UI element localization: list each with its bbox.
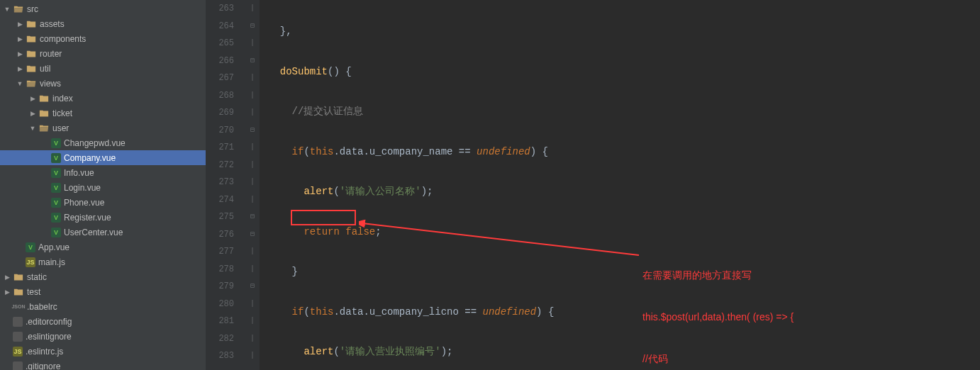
tree-item-ticket[interactable]: ticket xyxy=(0,106,206,120)
json-icon: JSON xyxy=(13,301,24,313)
code-area[interactable]: }, doSubmit() { //提交认证信息 if(this.data.u_… xyxy=(260,0,980,370)
vue-icon: V xyxy=(51,198,61,208)
tree-item-login-vue[interactable]: VLogin.vue xyxy=(0,180,206,195)
tree-item-label: static xyxy=(27,272,47,282)
tree-item--editorconfig[interactable]: .editorconfig xyxy=(0,314,206,329)
fold-marker xyxy=(250,108,255,116)
tree-item-views[interactable]: views xyxy=(0,76,206,91)
folder-icon xyxy=(13,286,24,298)
expand-arrow[interactable] xyxy=(28,124,37,133)
tree-item-user[interactable]: user xyxy=(0,120,206,135)
fold-marker xyxy=(250,178,255,186)
tree-item-test[interactable]: test xyxy=(0,284,206,299)
vue-icon: V xyxy=(51,168,61,178)
generic-icon xyxy=(13,361,23,371)
expand-arrow xyxy=(3,362,11,371)
tree-item-static[interactable]: static xyxy=(0,269,206,284)
expand-arrow xyxy=(3,303,11,311)
vue-icon: V xyxy=(51,183,61,193)
tree-item-router[interactable]: router xyxy=(0,46,206,61)
tree-item-company-vue[interactable]: VCompany.vue xyxy=(0,150,206,165)
folder-open-icon xyxy=(38,123,50,134)
fold-marker xyxy=(250,265,255,273)
expand-arrow xyxy=(16,243,24,252)
fold-marker xyxy=(250,352,255,359)
expand-arrow[interactable] xyxy=(16,50,24,58)
tree-item--eslintignore[interactable]: .eslintignore xyxy=(0,329,206,344)
fold-gutter[interactable] xyxy=(245,0,260,370)
tree-item-changepwd-vue[interactable]: VChangepwd.vue xyxy=(0,135,206,150)
expand-arrow xyxy=(3,347,11,356)
line-number: 279 xyxy=(206,278,234,296)
tree-item-label: UserCenter.vue xyxy=(64,228,123,237)
line-number: 280 xyxy=(206,296,234,313)
vue-icon: V xyxy=(51,138,61,148)
line-number: 270 xyxy=(206,122,234,140)
file-tree-sidebar[interactable]: srcassetscomponentsrouterutilviewsindext… xyxy=(0,0,206,370)
tree-item-label: views xyxy=(40,79,61,89)
expand-arrow xyxy=(41,184,50,192)
line-number: 278 xyxy=(206,261,234,279)
folder-icon xyxy=(26,63,37,74)
fold-marker[interactable] xyxy=(250,282,255,290)
tree-item-label: ticket xyxy=(52,108,72,118)
folder-icon xyxy=(38,108,50,119)
tree-item-label: components xyxy=(40,34,86,44)
line-number: 268 xyxy=(206,87,234,105)
folder-icon xyxy=(26,48,37,60)
tree-item-usercenter-vue[interactable]: VUserCenter.vue xyxy=(0,225,206,240)
expand-arrow[interactable] xyxy=(16,20,24,28)
tree-item-label: Company.vue xyxy=(64,153,116,163)
tree-item-label: .editorconfig xyxy=(26,317,72,327)
tree-item--gitignore[interactable]: .gitignore xyxy=(0,359,206,370)
tree-item--eslintrc-js[interactable]: JS.eslintrc.js xyxy=(0,344,206,359)
tree-item-phone-vue[interactable]: VPhone.vue xyxy=(0,195,206,210)
expand-arrow[interactable] xyxy=(3,288,11,296)
line-number: 281 xyxy=(206,313,234,330)
tree-item-components[interactable]: components xyxy=(0,31,206,46)
tree-item-label: Login.vue xyxy=(64,183,101,193)
line-number: 272 xyxy=(206,157,234,174)
tree-item-util[interactable]: util xyxy=(0,61,206,76)
tree-item-info-vue[interactable]: VInfo.vue xyxy=(0,165,206,180)
tree-item--babelrc[interactable]: JSON.babelrc xyxy=(0,299,206,314)
fold-marker[interactable] xyxy=(250,230,255,238)
expand-arrow xyxy=(41,169,50,177)
line-number: 282 xyxy=(206,330,234,348)
tree-item-index[interactable]: index xyxy=(0,91,206,106)
fold-marker xyxy=(250,161,255,169)
fold-marker[interactable] xyxy=(250,126,255,134)
expand-arrow[interactable] xyxy=(16,35,24,43)
tree-item-main-js[interactable]: JSmain.js xyxy=(0,254,206,269)
fold-marker xyxy=(250,39,255,47)
expand-arrow[interactable] xyxy=(3,5,11,13)
expand-arrow[interactable] xyxy=(28,109,37,118)
tree-item-src[interactable]: src xyxy=(0,1,206,16)
folder-icon xyxy=(26,18,37,30)
vue-icon: V xyxy=(51,153,61,163)
line-number: 263 xyxy=(206,0,234,18)
generic-icon xyxy=(13,317,23,327)
expand-arrow[interactable] xyxy=(28,94,37,103)
expand-arrow[interactable] xyxy=(3,273,11,281)
js-icon: JS xyxy=(13,347,23,357)
expand-arrow xyxy=(41,228,50,237)
tree-item-label: .gitignore xyxy=(26,361,60,371)
tree-item-assets[interactable]: assets xyxy=(0,16,206,31)
fold-marker[interactable] xyxy=(250,22,255,30)
tree-item-register-vue[interactable]: VRegister.vue xyxy=(0,210,206,225)
tree-item-app-vue[interactable]: VApp.vue xyxy=(0,240,206,254)
tree-item-label: Info.vue xyxy=(64,168,94,178)
code-editor[interactable]: 2632642652662672682692702712722732742752… xyxy=(206,0,980,370)
folder-open-icon xyxy=(26,78,37,89)
fold-marker[interactable] xyxy=(250,57,255,65)
folder-icon xyxy=(13,271,24,283)
expand-arrow[interactable] xyxy=(16,65,24,73)
fold-marker xyxy=(250,317,255,325)
fold-marker xyxy=(250,300,255,308)
fold-marker[interactable] xyxy=(250,213,255,220)
expand-arrow[interactable] xyxy=(16,79,24,88)
tree-item-label: App.vue xyxy=(38,242,69,252)
expand-arrow xyxy=(3,332,11,341)
tree-item-label: util xyxy=(40,64,50,74)
